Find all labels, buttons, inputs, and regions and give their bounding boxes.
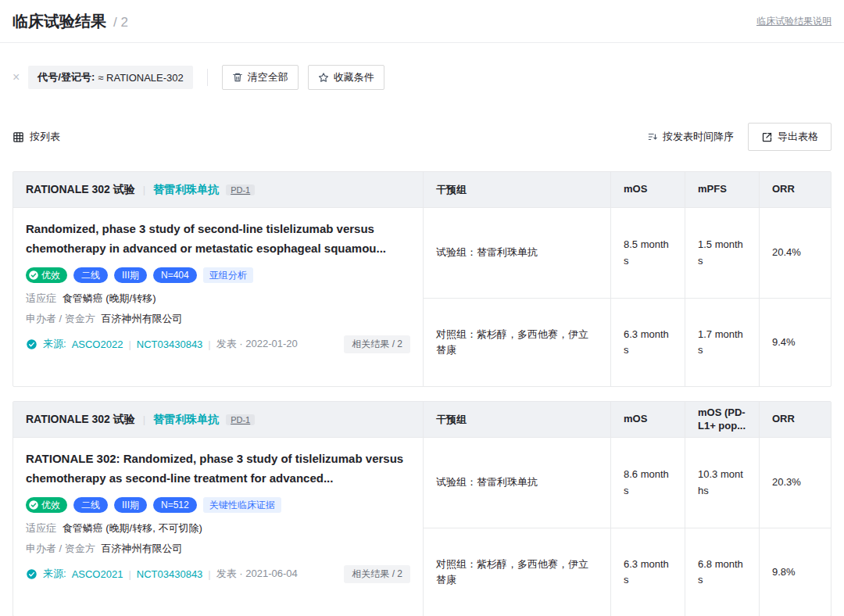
source-separator: | xyxy=(128,338,131,350)
list-view-icon xyxy=(13,131,24,143)
mos-cell: 8.6 months xyxy=(610,438,685,528)
study-title[interactable]: Randomized, phase 3 study of second-line… xyxy=(26,220,410,259)
help-link[interactable]: 临床试验结果说明 xyxy=(756,15,831,28)
view-mode-label: 按列表 xyxy=(30,130,60,144)
remove-filter-icon[interactable]: × xyxy=(13,71,20,84)
indication-value: 食管鳞癌 (晚期/转移, 不可切除) xyxy=(63,522,202,534)
card-header: RATIONALE 302 试验 | 替雷利珠单抗 PD-1 xyxy=(13,172,423,208)
sponsor-value: 百济神州有限公司 xyxy=(101,543,182,554)
drug-link[interactable]: 替雷利珠单抗 xyxy=(153,183,219,197)
trial-name[interactable]: RATIONALE 302 试验 xyxy=(26,183,135,197)
line-badge: 二线 xyxy=(73,497,108,513)
sponsor-label: 申办者 / 资金方 xyxy=(26,313,95,324)
extra-badge: 亚组分析 xyxy=(203,267,253,283)
group-cell: 对照组：紫杉醇，多西他赛，伊立替康 xyxy=(423,298,610,386)
trash-icon xyxy=(232,72,243,83)
related-results-badge[interactable]: 相关结果 / 2 xyxy=(344,335,410,353)
check-badge-icon xyxy=(28,500,39,510)
list-toolbar: 按列表 按发表时间降序 导出表格 xyxy=(13,123,831,151)
mos-cell: 8.5 months xyxy=(610,208,685,298)
export-label: 导出表格 xyxy=(778,130,818,144)
filter-divider xyxy=(207,69,208,86)
source-separator: | xyxy=(208,568,210,580)
header-separator: | xyxy=(143,414,145,425)
group-cell: 试验组：替雷利珠单抗 xyxy=(423,208,610,298)
source-separator: | xyxy=(208,338,210,350)
badge-row: 优效 二线 III期 N=512 关键性临床证据 xyxy=(26,497,410,513)
superiority-badge: 优效 xyxy=(26,497,67,513)
orr-cell: 9.4% xyxy=(759,298,831,386)
registry-link[interactable]: NCT03430843 xyxy=(137,568,203,580)
column-header-orr: ORR xyxy=(759,402,831,438)
sort-label: 按发表时间降序 xyxy=(663,130,734,144)
indication-row: 适应症 食管鳞癌 (晚期/转移) xyxy=(26,292,410,306)
source-label: 来源: xyxy=(43,567,66,581)
orr-cell: 9.8% xyxy=(759,528,831,616)
enrollment-badge: N=404 xyxy=(153,267,197,283)
group-cell: 对照组：紫杉醇，多西他赛，伊立替康 xyxy=(423,528,610,616)
indication-label: 适应症 xyxy=(26,292,56,304)
badge-row: 优效 二线 III期 N=404 亚组分析 xyxy=(26,267,410,283)
export-button[interactable]: 导出表格 xyxy=(748,123,831,151)
sponsor-label: 申办者 / 资金方 xyxy=(26,543,95,554)
registry-link[interactable]: NCT03430843 xyxy=(137,338,203,350)
study-title[interactable]: RATIONALE 302: Randomized, phase 3 study… xyxy=(26,449,410,489)
source-row: 来源: ASCO2021 | NCT03430843 | 发表 · 2021-0… xyxy=(26,565,410,583)
card-header: RATIONALE 302 试验 | 替雷利珠单抗 PD-1 xyxy=(13,402,423,438)
phase-badge: III期 xyxy=(114,497,147,513)
indication-label: 适应症 xyxy=(26,522,56,534)
save-filter-button[interactable]: 收藏条件 xyxy=(308,65,384,90)
column-header-group: 干预组 xyxy=(423,402,610,438)
drug-link[interactable]: 替雷利珠单抗 xyxy=(153,413,219,427)
mos-pdl1-cell: 6.8 months xyxy=(685,528,759,616)
sponsor-row: 申办者 / 资金方 百济神州有限公司 xyxy=(26,542,410,556)
source-row: 来源: ASCO2022 | NCT03430843 | 发表 · 2022-0… xyxy=(26,335,410,353)
header-separator: | xyxy=(143,184,145,195)
source-check-icon xyxy=(26,568,38,580)
filter-chip-value: ≈ RATIONALE-302 xyxy=(98,72,183,84)
target-tag[interactable]: PD-1 xyxy=(226,414,255,425)
indication-row: 适应症 食管鳞癌 (晚期/转移, 不可切除) xyxy=(26,521,410,535)
trial-result-card: RATIONALE 302 试验 | 替雷利珠单抗 PD-1 干预组 mOS m… xyxy=(13,171,831,387)
published-date: 发表 · 2022-01-20 xyxy=(216,337,298,351)
column-header-mos: mOS xyxy=(610,172,685,208)
phase-badge: III期 xyxy=(114,267,147,283)
star-icon xyxy=(318,72,329,83)
sort-descending-icon xyxy=(647,131,658,142)
mos-cell: 6.3 months xyxy=(610,298,685,386)
column-header-mpfs: mPFS xyxy=(685,172,759,208)
mpfs-cell: 1.5 months xyxy=(685,208,759,298)
export-icon xyxy=(761,131,773,143)
header-divider xyxy=(0,42,844,43)
published-date: 发表 · 2021-06-04 xyxy=(216,567,298,581)
column-header-mos: mOS xyxy=(610,402,685,438)
filter-chip[interactable]: 代号/登记号: ≈ RATIONALE-302 xyxy=(28,66,192,89)
enrollment-badge: N=512 xyxy=(153,497,197,513)
line-badge: 二线 xyxy=(73,267,108,283)
column-header-mos-pdl1: mOS (PD-L1+ pop... xyxy=(685,402,759,438)
clear-all-label: 清空全部 xyxy=(248,70,288,84)
target-tag[interactable]: PD-1 xyxy=(226,184,255,195)
source-link[interactable]: ASCO2022 xyxy=(72,338,123,350)
trial-result-card: RATIONALE 302 试验 | 替雷利珠单抗 PD-1 干预组 mOS m… xyxy=(13,401,831,616)
mpfs-cell: 1.7 months xyxy=(685,298,759,386)
mos-cell: 6.3 months xyxy=(610,528,685,616)
trial-name[interactable]: RATIONALE 302 试验 xyxy=(26,413,135,427)
result-count: / 2 xyxy=(113,15,128,30)
indication-value: 食管鳞癌 (晚期/转移) xyxy=(63,292,156,304)
clear-all-button[interactable]: 清空全部 xyxy=(222,65,299,90)
filter-bar: × 代号/登记号: ≈ RATIONALE-302 清空全部 收藏条件 xyxy=(13,65,831,90)
related-results-badge[interactable]: 相关结果 / 2 xyxy=(344,565,410,583)
column-header-group: 干预组 xyxy=(423,172,610,208)
sponsor-value: 百济神州有限公司 xyxy=(101,313,182,324)
check-badge-icon xyxy=(28,270,39,281)
superiority-badge: 优效 xyxy=(26,267,67,283)
view-mode-toggle[interactable]: 按列表 xyxy=(13,130,60,144)
study-info-cell: RATIONALE 302: Randomized, phase 3 study… xyxy=(13,438,423,616)
sponsor-row: 申办者 / 资金方 百济神州有限公司 xyxy=(26,312,410,326)
source-link[interactable]: ASCO2021 xyxy=(72,568,123,580)
source-check-icon xyxy=(26,338,38,350)
mos-pdl1-cell: 10.3 months xyxy=(685,438,759,528)
orr-cell: 20.4% xyxy=(759,208,831,298)
sort-control[interactable]: 按发表时间降序 xyxy=(647,130,734,144)
